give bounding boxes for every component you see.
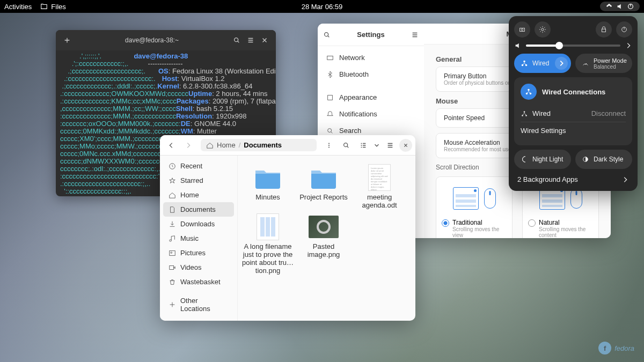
file-item[interactable]: Minutes [241,164,295,209]
wired-toggle[interactable]: Wired [514,54,571,73]
clock-icon [169,162,176,170]
appearance-icon [326,94,334,101]
volume-icon [616,3,624,10]
trash-icon [169,278,176,286]
chevron-right-icon [621,176,629,183]
plus-icon [169,301,176,308]
volume-icon [514,42,522,49]
search-button[interactable] [230,33,244,47]
files-sidebar: Recent Starred Home Documents Downloads … [160,156,238,321]
picture-icon [169,249,176,257]
nav-notifications[interactable]: Notifications [321,106,421,122]
wired-connection-item[interactable]: Wired Disconnect [521,105,626,122]
nav-bluetooth[interactable]: Bluetooth [321,66,421,83]
menu-icon[interactable] [411,31,419,39]
svg-rect-3 [327,56,333,60]
network-icon [521,110,528,117]
svg-point-25 [528,89,530,91]
settings-button[interactable] [535,21,551,38]
file-item[interactable]: Project Reports [297,164,350,209]
svg-point-22 [523,61,525,63]
terminal-titlebar[interactable]: dave@fedora-38:~ [56,30,276,50]
wired-settings-link[interactable]: Wired Settings [521,122,626,139]
power-mode-toggle[interactable]: Power ModeBalanced [575,54,632,73]
network-icon [521,60,528,67]
scroll-traditional[interactable]: TraditionalScrolling moves the view [436,176,513,238]
sidebar-downloads[interactable]: Downloads [163,217,234,231]
star-icon [169,177,176,184]
chevron-right-icon[interactable] [625,42,632,49]
svg-point-10 [328,144,330,145]
sidebar-other[interactable]: Other Locations [163,293,234,316]
nav-appearance[interactable]: Appearance [321,89,421,106]
night-light-toggle[interactable]: Night Light [514,150,571,169]
file-item[interactable]: Lorem ipsum dolor sit amet consectetur a… [353,164,406,209]
svg-point-18 [521,29,523,31]
video-icon [169,264,176,271]
svg-rect-14 [170,250,175,255]
file-item[interactable]: Pasted image.png [297,213,350,275]
sidebar-trash[interactable]: Wastebasket [163,275,234,289]
view-dropdown[interactable] [372,138,381,153]
svg-rect-20 [602,29,606,32]
power-button[interactable] [616,21,632,38]
close-button[interactable] [258,33,272,47]
new-tab-button[interactable] [60,33,74,47]
network-icon [605,3,613,10]
back-button[interactable] [163,138,179,153]
activities-button[interactable]: Activities [4,3,32,11]
svg-point-15 [171,252,172,253]
sidebar-pictures[interactable]: Pictures [163,246,234,260]
sidebar-videos[interactable]: Videos [163,260,234,275]
file-item[interactable]: A long filename just to prove the point … [241,213,295,275]
moon-icon [521,156,528,163]
files-content[interactable]: Minutes Project Reports Lorem ipsum dolo… [238,156,415,321]
path-bar[interactable]: Home / Documents [201,139,317,151]
home-icon [206,142,214,149]
sidebar-documents[interactable]: Documents [163,202,234,217]
search-button[interactable] [338,138,354,153]
svg-rect-4 [328,95,333,100]
screenshot-button[interactable] [514,21,530,38]
files-app-indicator[interactable]: Files [40,3,65,11]
bell-icon [326,110,334,118]
download-icon [169,220,176,228]
hamburger-button[interactable] [382,138,398,153]
sidebar-home[interactable]: Home [163,188,234,202]
svg-point-19 [541,28,544,31]
svg-point-12 [344,143,348,146]
chevron-right-icon[interactable] [555,57,568,70]
quick-settings-panel: Wired Power ModeBalanced Wired Connectio… [509,16,638,191]
search-icon [326,127,334,135]
menu-button[interactable] [244,33,258,47]
svg-point-1 [235,38,238,42]
files-window: Home / Documents Recent Starred Home Doc… [160,135,415,321]
nav-network[interactable]: Network [321,49,421,66]
background-apps-button[interactable]: 2 Background Apps [514,173,632,186]
power-icon [627,3,634,10]
wired-connections-panel: Wired Connections Wired Disconnect Wired… [514,77,632,145]
svg-point-2 [325,32,328,36]
more-button[interactable] [321,138,337,153]
system-status-area[interactable] [600,2,640,11]
sidebar-recent[interactable]: Recent [163,159,234,173]
svg-point-9 [328,143,330,144]
volume-slider[interactable] [526,45,620,47]
gauge-icon [582,60,589,67]
svg-rect-16 [170,265,174,269]
files-icon [40,3,48,10]
dark-style-toggle[interactable]: Dark Style [575,150,632,169]
music-icon [169,235,176,242]
settings-title: Settings [335,31,407,39]
lock-button[interactable] [596,21,612,38]
files-header: Home / Documents [160,135,415,156]
sidebar-music[interactable]: Music [163,231,234,246]
sidebar-starred[interactable]: Starred [163,173,234,188]
clock[interactable]: 28 Mar 06:59 [302,3,343,11]
disconnect-button[interactable]: Disconnect [591,109,626,117]
forward-button[interactable] [180,138,196,153]
close-button[interactable] [399,139,412,152]
search-icon[interactable] [323,31,331,39]
svg-point-5 [328,128,332,132]
view-list-button[interactable] [355,138,371,153]
